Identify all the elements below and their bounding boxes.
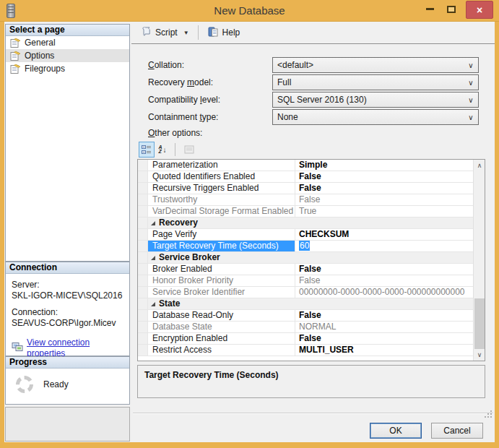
connection-header: Connection xyxy=(6,262,129,274)
property-name: Trustworthy xyxy=(148,194,295,205)
sidebar-item-general[interactable]: General xyxy=(6,36,129,49)
property-row[interactable]: Database StateNORMAL xyxy=(138,322,473,333)
property-row[interactable]: Service Broker Identifier00000000-0000-0… xyxy=(138,287,473,298)
progress-status: Ready xyxy=(43,379,69,389)
combo-value: None xyxy=(273,112,464,122)
sidebar-item-filegroups[interactable]: Filegroups xyxy=(6,62,129,75)
property-name: Broker Enabled xyxy=(148,264,295,275)
combo-value: <default> xyxy=(273,60,464,70)
scroll-up-icon[interactable]: ∧ xyxy=(474,160,485,171)
category-cell: Recovery xyxy=(148,217,473,228)
property-name: Database State xyxy=(148,322,295,332)
property-grid: ParameterizationSimpleQuoted Identifiers… xyxy=(137,159,485,361)
row-margin xyxy=(138,264,148,275)
row-margin xyxy=(138,252,148,263)
property-value: MULTI_USER xyxy=(295,345,473,356)
property-value: False xyxy=(295,171,473,182)
alphabetical-sort-button[interactable]: AZ↓ xyxy=(155,142,170,158)
property-row[interactable]: VarDecimal Storage Format EnabledTrue xyxy=(138,206,473,217)
property-row[interactable]: Recursive Triggers EnabledFalse xyxy=(138,183,473,194)
select-page-list: GeneralOptionsFilegroups xyxy=(6,36,129,75)
category-row[interactable]: State xyxy=(138,298,473,310)
grid-scrollbar[interactable]: ∧ ∨ xyxy=(473,160,485,361)
property-row[interactable]: TrustworthyFalse xyxy=(138,194,473,206)
property-value: False xyxy=(295,310,473,321)
property-value: False xyxy=(295,275,473,286)
cancel-button[interactable]: Cancel xyxy=(431,423,483,439)
field-label-containment-type: Containment type: xyxy=(148,112,218,122)
category-expanded-icon xyxy=(151,302,155,306)
row-margin xyxy=(138,183,148,194)
property-row[interactable]: Honor Broker PriorityFalse xyxy=(138,275,473,287)
maximize-button[interactable] xyxy=(442,0,461,18)
property-row[interactable]: Database Read-OnlyFalse xyxy=(138,310,473,322)
titlebar: New Database × xyxy=(0,0,499,22)
field-label-compatibility-level: Compatibility level: xyxy=(148,95,220,105)
close-button[interactable]: × xyxy=(466,1,493,19)
category-name: State xyxy=(159,298,180,309)
property-value: False xyxy=(295,264,473,275)
property-row[interactable]: ParameterizationSimple xyxy=(138,160,473,171)
script-dropdown-icon[interactable]: ▼ xyxy=(183,30,189,36)
row-margin xyxy=(138,171,148,182)
chevron-down-icon: ∨ xyxy=(464,96,478,104)
server-value: SKL-IGOR-MICEV\SQL2016 xyxy=(12,290,123,301)
sidebar-item-label: General xyxy=(25,38,56,48)
sidebar-item-label: Filegroups xyxy=(25,64,65,74)
category-row[interactable]: Recovery xyxy=(138,217,473,229)
connection-value: SEAVUS-CORP\Igor.Micev xyxy=(12,318,123,329)
category-expanded-icon xyxy=(151,256,155,260)
scroll-down-icon[interactable]: ∨ xyxy=(474,349,485,361)
property-row[interactable]: Page VerifyCHECKSUM xyxy=(138,229,473,241)
property-value: False xyxy=(295,333,473,344)
script-icon xyxy=(140,26,152,40)
script-label: Script xyxy=(155,27,178,38)
property-name: Target Recovery Time (Seconds) xyxy=(148,241,295,251)
row-margin xyxy=(138,275,148,286)
dialog-toolbar: Script ▼ Help xyxy=(131,22,495,44)
category-row[interactable]: Service Broker xyxy=(138,252,473,264)
pg-toolbar-separator xyxy=(175,143,175,156)
row-margin xyxy=(138,241,148,251)
containment-type-combobox[interactable]: None∨ xyxy=(272,109,479,125)
property-row[interactable]: Restrict AccessMULTI_USER xyxy=(138,345,473,356)
left-footer-panel xyxy=(5,407,130,441)
row-margin xyxy=(138,160,148,171)
minimize-button[interactable] xyxy=(420,0,439,18)
row-margin xyxy=(138,310,148,321)
chevron-down-icon: ∨ xyxy=(464,61,478,69)
property-row[interactable]: Encryption EnabledFalse xyxy=(138,333,473,345)
category-expanded-icon xyxy=(151,221,155,225)
minimize-icon xyxy=(426,8,434,10)
page-icon xyxy=(10,64,22,74)
collation-combobox[interactable]: <default>∨ xyxy=(272,57,479,73)
scrollbar-thumb[interactable] xyxy=(474,298,485,349)
property-grid-toolbar: AZ↓ xyxy=(139,142,197,158)
property-description: Target Recovery Time (Seconds) xyxy=(137,365,485,398)
progress-panel: Progress Ready xyxy=(5,356,130,405)
grid-rows: ParameterizationSimpleQuoted Identifiers… xyxy=(138,160,473,361)
script-button[interactable]: Script ▼ xyxy=(140,26,189,40)
categorized-view-button[interactable] xyxy=(139,142,155,158)
form-row-containment-type: Containment type:None∨ xyxy=(131,109,495,125)
row-margin xyxy=(138,298,148,309)
combo-value: SQL Server 2016 (130) xyxy=(273,95,464,105)
property-row[interactable]: Target Recovery Time (Seconds)60 xyxy=(138,241,473,252)
compatibility-level-combobox[interactable]: SQL Server 2016 (130)∨ xyxy=(272,92,479,108)
help-button[interactable]: Help xyxy=(207,26,240,40)
ok-button[interactable]: OK xyxy=(370,423,422,439)
other-options-label: Other options: xyxy=(148,128,202,138)
recovery-model-combobox[interactable]: Full∨ xyxy=(272,74,479,90)
property-row[interactable]: Quoted Identifiers EnabledFalse xyxy=(138,171,473,183)
property-row[interactable]: Broker EnabledFalse xyxy=(138,264,473,275)
property-pages-button xyxy=(181,142,197,158)
property-value: 00000000-0000-0000-0000-000000000000 xyxy=(295,287,473,298)
property-value: False xyxy=(295,194,473,205)
resize-grip[interactable] xyxy=(490,410,492,412)
sidebar-item-label: Options xyxy=(25,51,54,61)
row-margin xyxy=(138,345,148,356)
sidebar-item-options[interactable]: Options xyxy=(6,49,129,62)
connection-label: Connection: xyxy=(12,307,123,318)
property-value: CHECKSUM xyxy=(295,229,473,240)
help-label: Help xyxy=(222,27,240,38)
